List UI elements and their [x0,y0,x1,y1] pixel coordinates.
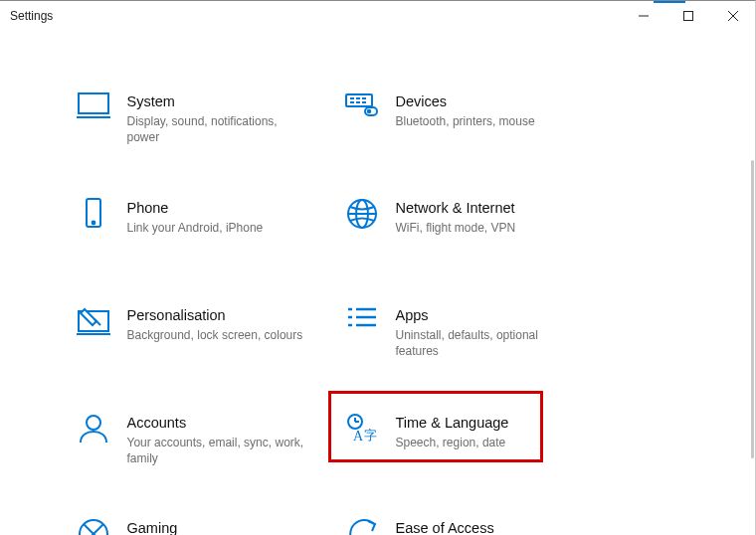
svg-rect-4 [79,93,108,113]
svg-point-16 [92,222,94,225]
category-desc: Your accounts, email, sync, work, family [127,435,306,466]
ease-of-access-icon [342,518,382,535]
category-gaming[interactable]: Gaming [74,518,332,535]
category-desc: Link your Android, iPhone [127,220,264,236]
minimize-button[interactable] [621,1,665,31]
category-personalisation[interactable]: Personalisation Background, lock screen,… [74,305,332,343]
window-title: Settings [10,9,53,23]
maximize-button[interactable] [665,1,710,31]
category-system[interactable]: System Display, sound, notifications, po… [74,91,332,145]
close-button[interactable] [710,1,755,31]
category-desc: Speech, region, date [396,435,509,450]
svg-rect-6 [346,94,372,106]
window-controls [621,1,755,31]
personalisation-icon [74,305,113,335]
category-ease-of-access[interactable]: Ease of Access [342,518,601,535]
category-devices[interactable]: Devices Bluetooth, printers, mouse [342,91,601,129]
category-label: Personalisation [127,305,303,325]
category-desc: Display, sound, notifications, power [127,113,306,145]
category-phone[interactable]: Phone Link your Android, iPhone [74,198,332,236]
category-apps[interactable]: Apps Uninstall, defaults, optional featu… [342,305,601,359]
category-desc: Uninstall, defaults, optional features [396,327,575,359]
svg-rect-1 [683,12,692,21]
scrollbar[interactable] [751,160,754,458]
globe-icon [342,198,382,230]
titlebar: Settings [0,1,755,31]
category-label: System [127,91,306,111]
settings-content: System Display, sound, notifications, po… [0,31,743,535]
category-label: Time & Language [396,413,509,433]
devices-icon [342,91,382,119]
category-label: Network & Internet [396,198,516,218]
category-label: Apps [396,305,575,325]
category-label: Ease of Access [396,518,494,535]
system-icon [74,91,113,119]
category-network[interactable]: Network & Internet WiFi, flight mode, VP… [342,198,601,236]
apps-icon [342,305,382,333]
category-time-language[interactable]: A 字 Time & Language Speech, region, date [342,413,601,450]
category-label: Accounts [127,413,306,433]
category-desc: Bluetooth, printers, mouse [396,113,535,129]
svg-text:A: A [353,429,364,444]
category-desc: WiFi, flight mode, VPN [396,220,516,236]
category-label: Gaming [127,518,178,535]
svg-point-28 [87,416,100,430]
svg-point-14 [367,110,370,113]
svg-text:字: 字 [364,428,377,443]
category-label: Devices [396,91,535,111]
category-accounts[interactable]: Accounts Your accounts, email, sync, wor… [74,413,332,466]
category-label: Phone [127,198,264,218]
time-language-icon: A 字 [342,413,382,445]
gaming-icon [74,518,113,535]
category-desc: Background, lock screen, colours [127,327,303,343]
phone-icon [74,198,113,230]
accounts-icon [74,413,113,445]
